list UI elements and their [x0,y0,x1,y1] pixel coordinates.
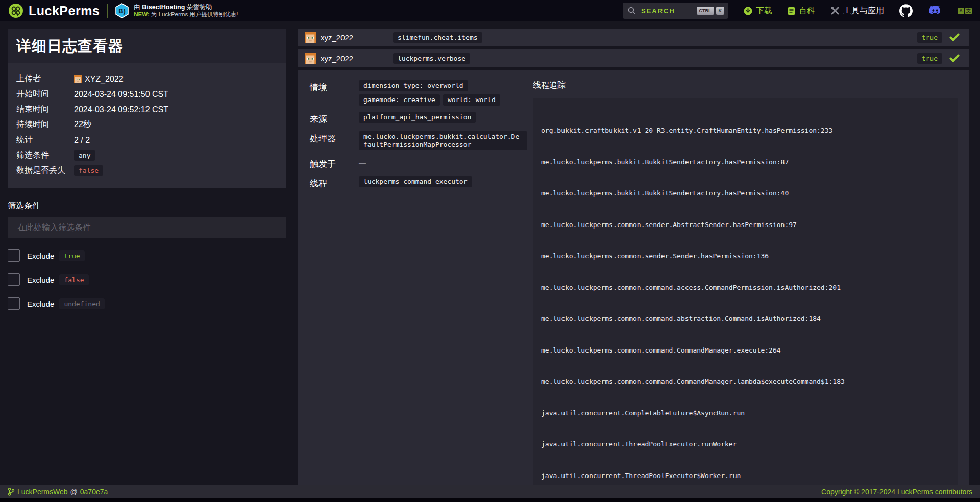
processor-chip: me.lucko.luckperms.bukkit.calculator.Def… [359,131,527,150]
nav-download[interactable]: 下载 [744,6,772,16]
brand-name: LuckPerms [29,4,100,18]
log-metadata-panel: 上传者 XYZ_2022 开始时间 2024-03-24 09:51:50 CS… [8,63,286,188]
entry-username: xyz_2022 [321,33,353,42]
nav-tools[interactable]: 工具与应用 [830,6,884,16]
github-icon[interactable] [899,4,913,17]
sponsor-line2: NEW: 为 LuckPerms 用户提供特别优惠! [134,11,238,18]
log-entries: xyz_2022 slimefun.cheat.items true xy [298,29,969,485]
divider [107,4,108,18]
filter-section-heading: 筛选条件 [8,200,286,211]
trace-line: org.bukkit.craftbukkit.v1_20_R3.entity.C… [541,126,949,136]
svg-text:B): B) [118,7,126,15]
result-chip: true [917,32,942,43]
sponsor-banner[interactable]: B) 由 BisectHosting 荣誉赞助 NEW: 为 LuckPerms… [115,3,238,18]
sidebar: 详细日志查看器 上传者 XYZ_2022 开始时间 2024-03- [8,29,286,310]
uploader-name: XYZ_2022 [85,74,124,84]
footer: LuckPermsWeb @ 0a70e7a Copyright © 2017-… [0,485,980,498]
meta-count: 统计 2 / 2 [16,135,277,145]
permission-chip: slimefun.cheat.items [393,32,482,43]
meta-duration: 持续时间 22秒 [16,119,277,130]
k-keycap: K [716,7,725,15]
nav-download-label: 下载 [756,6,772,16]
meta-uploader: 上传者 XYZ_2022 [16,73,277,84]
meta-end-time: 结束时间 2024-03-24 09:52:12 CST [16,104,277,115]
book-icon [788,7,795,15]
at-separator: @ [70,488,78,496]
repo-link[interactable]: LuckPermsWeb [17,488,68,496]
trace-line: me.lucko.luckperms.common.command.access… [541,283,949,293]
copyright: Copyright © 2017-2024 LuckPerms contribu… [821,488,972,496]
trace-line: java.util.concurrent.CompletableFuture$A… [541,408,949,419]
field-origin: 来源 platform_api_has_permission [310,112,533,125]
context-chip: dimension-type: overworld [359,80,468,91]
entry-username: xyz_2022 [321,54,353,63]
trace-line: me.lucko.luckperms.common.command.Comman… [541,376,949,387]
brand[interactable]: LuckPerms [8,3,100,18]
meta-start-time: 开始时间 2024-03-24 09:51:50 CST [16,89,277,99]
check-icon [949,54,960,63]
search-button[interactable]: SEARCH CTRL K [623,3,728,19]
exclude-undefined-checkbox[interactable] [8,297,20,310]
field-thread: 线程 luckperms-command-executor [310,176,533,189]
search-icon [628,7,636,15]
discord-icon[interactable] [928,5,942,16]
nav-wiki[interactable]: 百科 [788,6,815,16]
player-avatar-icon [305,32,316,43]
trace-line: java.util.concurrent.ThreadPoolExecutor.… [541,439,949,450]
stack-trace: org.bukkit.craftbukkit.v1_20_R3.entity.C… [533,98,958,485]
permission-chip: luckperms.verbose [393,53,470,64]
bottom-strip [0,498,980,502]
luckperms-clover-logo-icon [8,3,23,18]
truncated-chip: false [74,165,103,176]
filter-mode-chip: any [74,150,95,161]
trace-heading: 线程追踪 [533,80,958,91]
field-caused-by: 触发于 — [310,157,533,170]
check-icon [949,33,960,42]
ctrl-keycap: CTRL [697,7,714,15]
meta-truncated: 数据是否丢失 false [16,165,277,176]
tools-icon [830,6,840,15]
origin-chip: platform_api_has_permission [359,112,476,123]
trace-line: me.lucko.luckperms.common.command.abstra… [541,314,949,324]
download-icon [744,7,752,15]
exclude-true-checkbox[interactable] [8,249,20,262]
log-entry-row[interactable]: xyz_2022 luckperms.verbose true [298,49,969,67]
trace-line: me.lucko.luckperms.common.sender.Sender.… [541,251,949,262]
commit-link[interactable]: 0a70e7a [80,488,108,496]
translate-wen-icon: 文 [965,8,972,14]
git-branch-icon [8,488,15,496]
trace-line: java.util.concurrent.ThreadPoolExecutor$… [541,471,949,482]
entry-detail-panel: 情境 dimension-type: overworld gamemode: c… [298,70,969,485]
exclude-false-checkbox[interactable] [8,273,20,286]
exclude-false-row: Exclude false [8,273,286,286]
context-chip: gamemode: creative [359,94,440,106]
filter-input[interactable] [8,217,286,238]
exclude-false-chip: false [59,274,88,285]
navbar: LuckPerms B) 由 BisectHosting 荣誉赞助 NEW: 为… [0,0,980,21]
trace-line: me.lucko.luckperms.bukkit.BukkitSenderFa… [541,157,949,168]
search-label: SEARCH [641,7,695,15]
field-processor: 处理器 me.lucko.luckperms.bukkit.calculator… [310,131,533,150]
nav-tools-label: 工具与应用 [843,6,884,16]
exclude-true-row: Exclude true [8,249,286,262]
field-context: 情境 dimension-type: overworld gamemode: c… [310,80,533,106]
page-title: 详细日志查看器 [8,29,286,63]
trace-line: me.lucko.luckperms.common.sender.Abstrac… [541,220,949,231]
translate-a-icon: A [958,8,964,14]
bisecthosting-logo-icon: B) [115,3,129,18]
player-avatar-icon [74,75,82,83]
sponsor-line1: 由 BisectHosting 荣誉赞助 [134,4,238,11]
log-entry-row[interactable]: xyz_2022 slimefun.cheat.items true [298,29,969,46]
trace-line: me.lucko.luckperms.bukkit.BukkitSenderFa… [541,188,949,199]
thread-chip: luckperms-command-executor [359,176,472,187]
result-chip: true [917,53,942,64]
context-chip: world: world [443,94,500,106]
meta-filter-mode: 筛选条件 any [16,150,277,161]
empty-value-dash: — [359,157,366,167]
exclude-true-chip: true [59,250,84,261]
exclude-undefined-row: Exclude undefined [8,297,286,310]
player-avatar-icon [305,53,316,64]
language-switcher[interactable]: A 文 [958,8,972,14]
trace-line: me.lucko.luckperms.common.command.Comman… [541,345,949,356]
nav-wiki-label: 百科 [799,6,815,16]
